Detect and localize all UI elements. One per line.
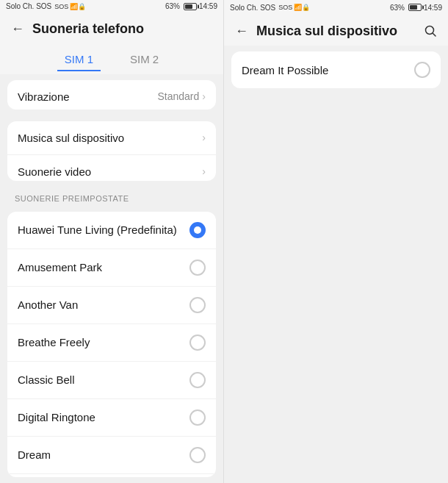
page-title-right: Musica sul dispositivo — [256, 24, 422, 39]
ringtone-label-breathe: Breathe Freely — [18, 336, 90, 348]
vibration-row[interactable]: Vibrazione Standard › — [7, 80, 216, 110]
status-bar-right: Solo Ch. SOS SOS 📶🔒 63% 14:59 — [224, 0, 448, 15]
status-bar-left: Solo Ch. SOS SOS 📶🔒 63% 14:59 — [0, 0, 223, 13]
time-right: 14:59 — [424, 4, 442, 12]
right-content: Dream It Possible — [224, 46, 448, 483]
vibration-card: Vibrazione Standard › — [7, 80, 216, 110]
menu-label-video: Suonerie video — [18, 165, 91, 178]
back-button-left[interactable]: ← — [9, 21, 26, 38]
menu-label-music: Musica sul dispositivo — [18, 132, 124, 144]
carrier-right: Solo Ch. SOS — [230, 4, 275, 12]
vibration-value: Standard › — [158, 90, 206, 102]
tab-sim1[interactable]: SIM 1 — [57, 50, 101, 71]
left-header: ← Suoneria telefono — [0, 13, 223, 44]
battery-text-left: 63% — [165, 2, 180, 10]
vibration-label: Vibrazione — [18, 90, 70, 103]
radio-digital[interactable] — [189, 409, 206, 426]
ringtone-label-dream: Dream — [18, 448, 51, 461]
menu-row-video[interactable]: Suonerie video › — [7, 154, 216, 181]
carrier-left: Solo Ch. SOS — [6, 2, 51, 10]
menu-card: Musica sul dispositivo › Suonerie video … — [7, 121, 216, 181]
menu-chevron-music: › — [202, 132, 206, 143]
ringtone-row-dream[interactable]: Dream — [7, 436, 216, 473]
radio-classic[interactable] — [189, 372, 206, 388]
radio-track-dream-it-possible[interactable] — [414, 62, 430, 78]
ringtone-label-amusement: Amusement Park — [18, 261, 102, 273]
ringtone-row-classic[interactable]: Classic Bell — [7, 361, 216, 398]
menu-chevron-video: › — [202, 165, 206, 177]
svg-line-1 — [433, 34, 436, 37]
radio-dream[interactable] — [189, 447, 206, 463]
tracks-card: Dream It Possible — [231, 51, 441, 88]
ringtone-row-another-van[interactable]: Another Van — [7, 286, 216, 323]
ringtone-row-breathe[interactable]: Breathe Freely — [7, 323, 216, 361]
ringtone-row-huawei[interactable]: Huawei Tune Living (Predefinita) — [7, 212, 216, 248]
status-left-right: Solo Ch. SOS SOS 📶🔒 — [230, 4, 310, 12]
sos-icon: SOS — [54, 3, 68, 10]
battery-text-right: 63% — [390, 4, 405, 12]
ringtone-label-classic: Classic Bell — [18, 373, 75, 386]
signal-icons: 📶🔒 — [70, 3, 86, 10]
ringtone-row-amusement[interactable]: Amusement Park — [7, 248, 216, 286]
time-left: 14:59 — [199, 2, 217, 10]
page-title-left: Suoneria telefono — [32, 21, 214, 37]
tabs-container: SIM 1 SIM 2 — [0, 44, 223, 74]
radio-another-van[interactable] — [189, 297, 206, 313]
ringtone-label-digital: Digital Ringtone — [18, 411, 95, 423]
ringtone-label-huawei: Huawei Tune Living (Predefinita) — [18, 223, 177, 236]
search-button[interactable] — [422, 22, 439, 40]
battery-icon-right — [408, 4, 422, 11]
track-row-dream-it-possible[interactable]: Dream It Possible — [231, 51, 441, 88]
radio-amusement[interactable] — [189, 260, 206, 276]
search-icon — [424, 24, 437, 37]
ringtone-row-dream-possible[interactable]: Dream It Possible — [7, 473, 216, 477]
signal-icons-right: 📶🔒 — [294, 4, 310, 11]
ringtone-row-digital[interactable]: Digital Ringtone — [7, 398, 216, 436]
track-label-dream-it-possible: Dream It Possible — [242, 64, 328, 76]
status-right-left: 63% 14:59 — [165, 2, 217, 10]
back-button-right[interactable]: ← — [233, 22, 250, 40]
tab-sim2[interactable]: SIM 2 — [123, 50, 166, 71]
menu-row-music[interactable]: Musica sul dispositivo › — [7, 121, 216, 154]
svg-point-0 — [426, 26, 434, 35]
ringtones-card: Huawei Tune Living (Predefinita) Amuseme… — [7, 212, 216, 477]
status-left: Solo Ch. SOS SOS 📶🔒 — [6, 2, 86, 10]
radio-breathe[interactable] — [189, 334, 206, 351]
vibration-chevron: › — [202, 90, 206, 102]
right-panel: Solo Ch. SOS SOS 📶🔒 63% 14:59 ← Musica s… — [224, 0, 448, 483]
right-header: ← Musica sul dispositivo — [224, 15, 448, 46]
sos-icon-right: SOS — [278, 4, 292, 11]
battery-icon-left — [184, 3, 197, 10]
radio-huawei[interactable] — [189, 222, 206, 238]
left-panel: Solo Ch. SOS SOS 📶🔒 63% 14:59 ← Suoneria… — [0, 0, 224, 483]
ringtone-label-another-van: Another Van — [18, 298, 78, 311]
status-right-right: 63% 14:59 — [390, 4, 442, 12]
section-header-presets: SUONERIE PREIMPOSTATE — [0, 187, 223, 206]
